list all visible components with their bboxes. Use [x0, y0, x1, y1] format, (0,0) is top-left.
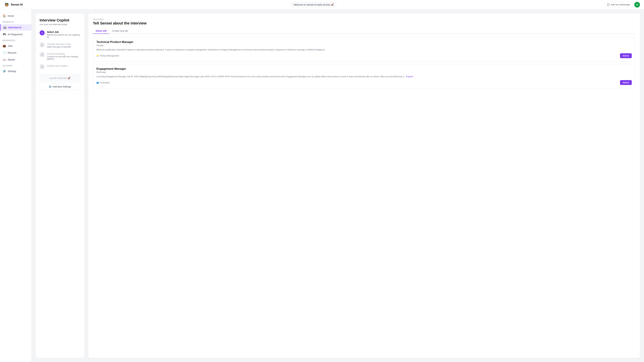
- input-details-label: Input details: [93, 18, 635, 20]
- left-panel: Interview Copilot Ace your live intervie…: [36, 13, 84, 358]
- logo-icon: 🧑‍🏫: [4, 2, 10, 7]
- step-list: 1 Select Job Specify the position you ar…: [40, 30, 80, 69]
- step-1-num: 1: [40, 30, 44, 35]
- resume-icon: 📄: [3, 51, 6, 54]
- step-2-desc: Select the type of interview: [47, 46, 71, 48]
- job-1-tag-icon: 💡: [96, 55, 99, 57]
- launch-interview-button[interactable]: Launch Interview 🚀: [40, 75, 80, 82]
- sidebar-item-jobs[interactable]: 💼 Jobs: [0, 43, 31, 49]
- step-4: 4 Review and Confirm: [40, 64, 80, 69]
- step-3-name: Connect Meeting: [47, 52, 80, 55]
- job-2-company: McKinsey: [96, 71, 632, 73]
- tab-select-job[interactable]: Select job: [93, 28, 109, 34]
- copilot-title: Interview Copilot: [40, 18, 80, 22]
- sidebar-item-settings[interactable]: ⚙️ Settings: [0, 68, 31, 74]
- sidebar: 🏠 Home Products 🤖 Interview AI 🎮 AI Play…: [0, 9, 32, 362]
- job-2-tag: 👥 Consulting: [96, 81, 109, 84]
- copilot-subtitle: Ace your live interview today: [40, 23, 80, 26]
- job-2-expand-link[interactable]: Expand: [406, 75, 413, 78]
- step-1: 1 Select Job Specify the position you ar…: [40, 30, 80, 38]
- job-tabs: Select job Create new job: [93, 28, 635, 34]
- sidebar-section-resources: Resources: [0, 38, 31, 42]
- topnav-right: 💬 Join our community S: [604, 2, 640, 7]
- job-card-2: Engagement Manager McKinsey Consulting E…: [93, 64, 635, 88]
- step-3: 3 Connect Meeting Connect our tool with …: [40, 52, 80, 60]
- ai-playground-icon: 🎮: [3, 33, 6, 36]
- right-panel: Input details Tell Sensei about the inte…: [88, 13, 640, 358]
- job-1-desc: Minimum qualifications Bachelor's degree…: [96, 48, 632, 51]
- sidebar-item-ai-playground[interactable]: 🎮 AI Playground: [0, 31, 31, 37]
- sidebar-section-products: Products: [0, 19, 31, 24]
- tab-create-new-job[interactable]: Create new job: [109, 28, 130, 34]
- stories-icon: 📖: [3, 58, 6, 61]
- sidebar-item-resume[interactable]: 📄 Resume: [0, 50, 31, 56]
- job-1-footer: 💡 Product Management Select: [96, 53, 632, 58]
- settings-gear-icon: ⚙️: [49, 85, 52, 88]
- sidebar-item-interview-ai[interactable]: 🤖 Interview AI: [0, 24, 31, 30]
- step-2-name: Choose Interview Type: [47, 43, 71, 45]
- jobs-icon: 💼: [3, 44, 6, 47]
- step-4-num: 4: [40, 64, 44, 69]
- welcome-banner: Welcome to Sensei AI early access 🚀: [291, 2, 336, 7]
- settings-icon: ⚙️: [3, 69, 6, 73]
- main-content: Interview Copilot Ace your live intervie…: [32, 9, 644, 362]
- step-3-desc: Connect our tool with your meeting platf…: [47, 55, 80, 60]
- app-logo: 🧑‍🏫 Sensei AI: [4, 2, 23, 7]
- sidebar-section-account: Account: [0, 63, 31, 67]
- interview-settings-button[interactable]: ⚙️ Interview Settings: [40, 83, 80, 90]
- job-1-tag: 💡 Product Management: [96, 55, 119, 57]
- job-2-title: Engagement Manager: [96, 67, 632, 70]
- step-2-num: 2: [40, 42, 44, 47]
- job-1-select-button[interactable]: Select: [620, 53, 632, 58]
- join-community-button[interactable]: 💬 Join our community: [604, 2, 632, 7]
- job-1-title: Technical Product Manager: [96, 40, 632, 44]
- job-2-footer: 👥 Consulting Select: [96, 80, 632, 85]
- layout: 🏠 Home Products 🤖 Interview AI 🎮 AI Play…: [0, 9, 644, 362]
- job-2-desc: Consulting Engagement Manager Job ID: 19…: [96, 75, 632, 78]
- topnav: 🧑‍🏫 Sensei AI Welcome to Sensei AI early…: [0, 0, 644, 9]
- job-cards-list: Technical Product Manager Google Minimum…: [93, 37, 635, 88]
- app-name: Sensei AI: [11, 3, 23, 6]
- section-title: Tell Sensei about the interview: [93, 21, 635, 25]
- sidebar-item-stories[interactable]: 📖 Stories: [0, 56, 31, 63]
- job-card-1: Technical Product Manager Google Minimum…: [93, 37, 635, 61]
- step-2: 2 Choose Interview Type Select the type …: [40, 42, 80, 48]
- home-icon: 🏠: [3, 14, 6, 17]
- interview-ai-icon: 🤖: [3, 26, 6, 29]
- community-icon: 💬: [607, 3, 610, 6]
- sidebar-item-home[interactable]: 🏠 Home: [0, 13, 31, 19]
- step-3-num: 3: [40, 52, 44, 57]
- job-2-tag-icon: 👥: [96, 81, 99, 84]
- job-2-select-button[interactable]: Select: [620, 80, 632, 85]
- step-1-name: Select Job: [47, 31, 80, 33]
- user-avatar[interactable]: S: [634, 2, 640, 7]
- step-1-desc: Specify the position you are applying fo…: [47, 34, 80, 38]
- job-1-company: Google: [96, 44, 632, 46]
- step-4-name: Review and Confirm: [47, 64, 68, 67]
